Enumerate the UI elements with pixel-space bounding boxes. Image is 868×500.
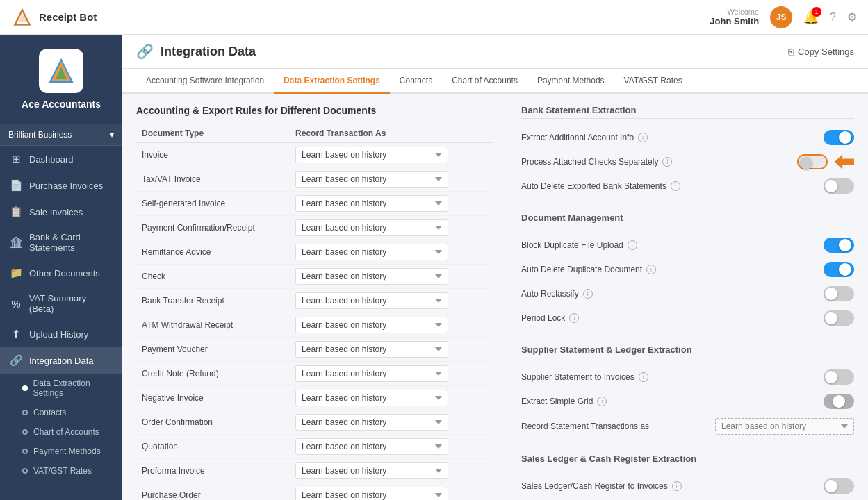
doc-select-7[interactable]: Learn based on history [295, 317, 448, 333]
period-lock-toggle[interactable] [824, 310, 854, 326]
tab-contacts[interactable]: Contacts [390, 69, 442, 94]
avatar[interactable]: JS [770, 6, 792, 28]
doc-select-11[interactable]: Learn based on history [295, 414, 448, 431]
table-row: Self-generated Invoice Learn based on hi… [136, 192, 493, 216]
table-row: Bank Transfer Receipt Learn based on his… [136, 289, 493, 313]
block-duplicate-toggle[interactable] [824, 238, 854, 253]
bank-icon: 🏦 [10, 236, 22, 249]
sidebar-sub-chart[interactable]: Chart of Accounts [0, 422, 122, 442]
supplier-stmt-toggle[interactable] [824, 369, 854, 385]
two-col-layout: Accounting & Export Rules for Different … [122, 94, 868, 500]
doc-select-1[interactable]: Learn based on history [295, 171, 448, 188]
doc-select-10[interactable]: Learn based on history [295, 390, 448, 406]
left-section-title: Accounting & Export Rules for Different … [136, 105, 493, 116]
setting-row-extract-simple-grid: Extract Simple Grid i [521, 390, 854, 414]
sales-ledger-toggle[interactable] [824, 478, 854, 494]
doc-select-5[interactable]: Learn based on history [295, 268, 448, 285]
bank-section: Bank Statement Extraction Extract Additi… [521, 105, 854, 199]
sidebar-app-icon [39, 49, 83, 93]
info-icon[interactable]: i [569, 313, 579, 323]
info-icon[interactable]: i [597, 397, 607, 406]
sidebar-item-purchase-invoices[interactable]: 📄 Purchase Invoices [0, 172, 122, 199]
sidebar-item-sale-invoices[interactable]: 📋 Sale Invoices [0, 199, 122, 225]
doc-type-cell: Order Confirmation [136, 410, 290, 435]
sidebar-item-dashboard[interactable]: ⊞ Dashboard [0, 146, 122, 172]
sidebar-item-other-docs[interactable]: 📁 Other Documents [0, 260, 122, 286]
doc-mgmt-title: Document Management [521, 212, 854, 226]
table-row: Payment Voucher Learn based on history [136, 338, 493, 362]
doc-select-9[interactable]: Learn based on history [295, 365, 448, 382]
info-icon[interactable]: i [672, 481, 682, 491]
info-icon[interactable]: i [628, 240, 637, 250]
process-checks-toggle-area [797, 154, 854, 169]
notification-button[interactable]: 🔔 1 [803, 10, 819, 25]
auto-reclassify-label: Auto Reclassify [521, 289, 579, 299]
tab-accounting-software[interactable]: Accounting Software Integration [136, 69, 274, 94]
table-row: ATM Withdrawal Receipt Learn based on hi… [136, 313, 493, 338]
tab-payment-methods[interactable]: Payment Methods [527, 69, 614, 94]
notif-badge: 1 [812, 7, 821, 17]
page-title: Integration Data [161, 44, 256, 59]
sales-ledger-label: Sales Ledger/Cash Register to Invoices [521, 481, 668, 491]
tab-vat-gst-rates[interactable]: VAT/GST Rates [614, 69, 692, 94]
sub-dot-icon [22, 385, 28, 391]
tab-chart-of-accounts[interactable]: Chart of Accounts [442, 69, 527, 94]
tab-data-extraction[interactable]: Data Extraction Settings [274, 69, 390, 94]
sidebar-item-label: Other Documents [29, 268, 100, 278]
sidebar-item-bank-card[interactable]: 🏦 Bank & Card Statements [0, 225, 122, 260]
auto-delete-dup-toggle[interactable] [824, 262, 854, 277]
extract-simple-grid-toggle[interactable] [824, 394, 854, 409]
auto-delete-bank-toggle[interactable] [824, 178, 854, 194]
copy-settings-button[interactable]: ⎘ Copy Settings [788, 47, 854, 57]
doc-select-6[interactable]: Learn based on history [295, 292, 448, 309]
settings-icon[interactable]: ⚙ [847, 10, 857, 24]
sidebar-sub-contacts[interactable]: Contacts [0, 403, 122, 422]
col-record-as: Record Transaction As [290, 124, 493, 143]
doc-select-14[interactable]: Learn based on history [295, 487, 448, 500]
sidebar-item-label: Purchase Invoices [29, 181, 103, 191]
record-as-cell: Learn based on history [290, 167, 493, 192]
sidebar-sub-vat-gst[interactable]: VAT/GST Rates [0, 461, 122, 481]
sidebar-sub-data-extraction[interactable]: Data Extraction Settings [0, 374, 122, 403]
sub-dot-icon [22, 468, 28, 474]
record-as-cell: Learn based on history [290, 265, 493, 289]
setting-row-process-checks: Process Attached Checks Separately i [521, 150, 854, 174]
sidebar-item-upload-history[interactable]: ⬆ Upload History [0, 321, 122, 347]
record-as-cell: Learn based on history [290, 192, 493, 216]
info-icon[interactable]: i [671, 181, 680, 191]
setting-row-auto-reclassify: Auto Reclassify i [521, 282, 854, 306]
doc-select-0[interactable]: Learn based on history [295, 147, 448, 163]
supplier-section: Supplier Statement & Ledger Extraction S… [521, 344, 854, 440]
help-icon[interactable]: ? [830, 11, 836, 24]
sidebar-sub-payment-methods[interactable]: Payment Methods [0, 442, 122, 461]
doc-select-3[interactable]: Learn based on history [295, 219, 448, 236]
record-stmt-label: Record Statement Transactions as [521, 422, 649, 431]
sidebar-item-integration-data[interactable]: 🔗 Integration Data [0, 347, 122, 374]
doc-select-8[interactable]: Learn based on history [295, 341, 448, 358]
sidebar-item-label: Sale Invoices [29, 207, 83, 217]
process-checks-toggle[interactable] [797, 154, 828, 169]
info-icon[interactable]: i [583, 289, 593, 299]
record-stmt-dropdown[interactable]: Learn based on history [715, 418, 854, 435]
sidebar-item-vat-summary[interactable]: % VAT Summary (Beta) [0, 286, 122, 321]
info-icon[interactable]: i [662, 157, 672, 167]
doc-select-12[interactable]: Learn based on history [295, 438, 448, 455]
sub-item-label: VAT/GST Rates [33, 466, 92, 476]
doc-type-cell: Credit Note (Refund) [136, 362, 290, 386]
sidebar-logo-area: Ace Accountants [0, 35, 122, 124]
doc-select-13[interactable]: Learn based on history [295, 462, 448, 479]
sub-item-label: Chart of Accounts [33, 427, 99, 437]
bank-section-title: Bank Statement Extraction [521, 105, 854, 119]
col-doc-type: Document Type [136, 124, 290, 143]
info-icon[interactable]: i [638, 133, 648, 142]
sidebar-item-label: Dashboard [29, 154, 74, 165]
info-icon[interactable]: i [639, 372, 648, 382]
account-selector[interactable]: Brilliant Business ▾ [0, 124, 122, 146]
doc-select-2[interactable]: Learn based on history [295, 195, 448, 212]
doc-type-cell: Purchase Order [136, 483, 290, 501]
doc-select-4[interactable]: Learn based on history [295, 244, 448, 260]
info-icon[interactable]: i [646, 265, 656, 274]
auto-reclassify-toggle[interactable] [824, 286, 854, 301]
setting-row-record-stmt: Record Statement Transactions as Learn b… [521, 414, 854, 440]
extract-additional-toggle[interactable] [824, 130, 854, 145]
